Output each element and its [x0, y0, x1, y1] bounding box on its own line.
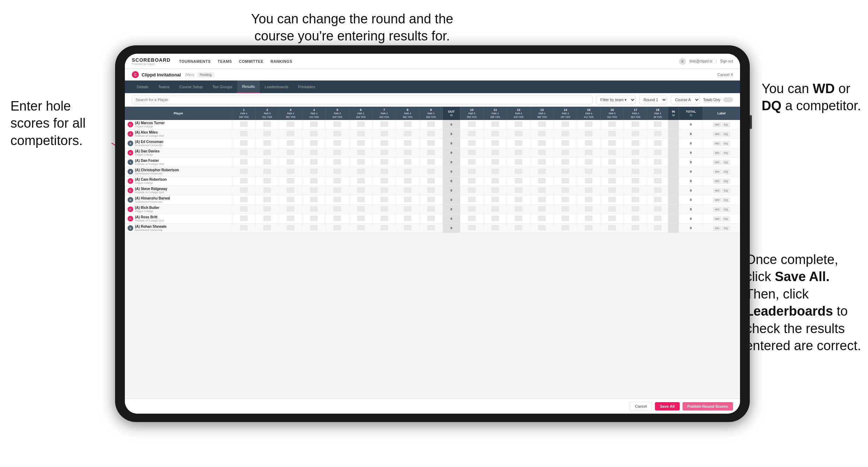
hole-16-input[interactable]: [601, 186, 624, 195]
hole-5-input[interactable]: [326, 158, 349, 167]
hole-15-input[interactable]: [577, 186, 601, 195]
hole-7-input[interactable]: [372, 214, 396, 224]
wd-button[interactable]: WD: [713, 151, 721, 155]
hole-3-input[interactable]: [279, 129, 302, 139]
hole-9-input[interactable]: [419, 148, 443, 158]
hole-13-input[interactable]: [530, 148, 554, 158]
hole-7-input[interactable]: [372, 195, 396, 205]
hole-4-input[interactable]: [302, 214, 326, 224]
hole-14-input[interactable]: [554, 120, 577, 129]
hole-12-input[interactable]: [507, 139, 530, 148]
hole-3-input[interactable]: [279, 139, 302, 148]
wd-button[interactable]: WD: [713, 226, 721, 231]
hole-18-input[interactable]: [647, 176, 668, 186]
hole-10-input[interactable]: [460, 158, 483, 167]
hole-6-input[interactable]: [349, 195, 372, 205]
hole-16-input[interactable]: [601, 158, 624, 167]
hole-7-input[interactable]: [372, 129, 396, 139]
hole-8-input[interactable]: [396, 148, 419, 158]
hole-12-input[interactable]: [507, 158, 530, 167]
hole-14-input[interactable]: [554, 158, 577, 167]
hole-8-input[interactable]: [396, 176, 419, 186]
hole-17-input[interactable]: [624, 186, 647, 195]
wd-button[interactable]: WD: [713, 207, 721, 212]
hole-6-input[interactable]: [349, 167, 372, 176]
hole-2-input[interactable]: [256, 129, 279, 139]
dq-button[interactable]: DQ: [722, 188, 730, 193]
hole-6-input[interactable]: [349, 129, 372, 139]
hole-18-input[interactable]: [647, 129, 668, 139]
hole-8-input[interactable]: [396, 129, 419, 139]
hole-2-input[interactable]: [256, 158, 279, 167]
hole-14-input[interactable]: [554, 167, 577, 176]
hole-1-input[interactable]: [232, 139, 256, 148]
hole-16-input[interactable]: [601, 120, 624, 129]
hole-17-input[interactable]: [624, 195, 647, 205]
hole-8-input[interactable]: [396, 120, 419, 129]
hole-13-input[interactable]: [530, 214, 554, 224]
hole-12-input[interactable]: [507, 205, 530, 214]
hole-14-input[interactable]: [554, 129, 577, 139]
hole-11-input[interactable]: [483, 224, 507, 233]
hole-18-input[interactable]: [647, 120, 668, 129]
dq-button[interactable]: DQ: [722, 207, 730, 212]
wd-button[interactable]: WD: [713, 217, 721, 221]
dq-button[interactable]: DQ: [722, 226, 730, 231]
hole-1-input[interactable]: [232, 129, 256, 139]
hole-6-input[interactable]: [349, 205, 372, 214]
hole-7-input[interactable]: [372, 176, 396, 186]
hole-7-input[interactable]: [372, 158, 396, 167]
hole-12-input[interactable]: [507, 195, 530, 205]
hole-9-input[interactable]: [419, 120, 443, 129]
hole-18-input[interactable]: [647, 214, 668, 224]
hole-4-input[interactable]: [302, 148, 326, 158]
hole-9-input[interactable]: [419, 214, 443, 224]
wd-button[interactable]: WD: [713, 198, 721, 202]
cancel-action-button[interactable]: Cancel: [630, 402, 652, 411]
hole-15-input[interactable]: [577, 205, 601, 214]
hole-1-input[interactable]: [232, 158, 256, 167]
publish-round-scores-button[interactable]: Publish Round Scores: [682, 402, 733, 410]
hole-18-input[interactable]: [647, 148, 668, 158]
hole-10-input[interactable]: [460, 148, 483, 158]
dq-button[interactable]: DQ: [722, 170, 730, 174]
hole-3-input[interactable]: [279, 214, 302, 224]
hole-9-input[interactable]: [419, 186, 443, 195]
hole-5-input[interactable]: [326, 205, 349, 214]
wd-button[interactable]: WD: [713, 141, 721, 146]
hole-13-input[interactable]: [530, 129, 554, 139]
hole-4-input[interactable]: [302, 224, 326, 233]
tab-teams[interactable]: Teams: [153, 81, 174, 93]
hole-7-input[interactable]: [372, 224, 396, 233]
hole-2-input[interactable]: [256, 214, 279, 224]
hole-1-input[interactable]: [232, 120, 256, 129]
nav-link-committee[interactable]: COMMITTEE: [239, 59, 264, 63]
hole-15-input[interactable]: [577, 158, 601, 167]
hole-12-input[interactable]: [507, 148, 530, 158]
tab-leaderboards[interactable]: Leaderboards: [260, 81, 293, 93]
hole-15-input[interactable]: [577, 148, 601, 158]
hole-11-input[interactable]: [483, 186, 507, 195]
hole-11-input[interactable]: [483, 148, 507, 158]
hole-11-input[interactable]: [483, 176, 507, 186]
hole-15-input[interactable]: [577, 120, 601, 129]
hole-11-input[interactable]: [483, 129, 507, 139]
hole-5-input[interactable]: [326, 195, 349, 205]
hole-6-input[interactable]: [349, 139, 372, 148]
nav-link-rankings[interactable]: RANKINGS: [270, 59, 292, 63]
hole-5-input[interactable]: [326, 129, 349, 139]
hole-7-input[interactable]: [372, 120, 396, 129]
hole-2-input[interactable]: [256, 120, 279, 129]
hole-5-input[interactable]: [326, 176, 349, 186]
hole-10-input[interactable]: [460, 139, 483, 148]
hole-10-input[interactable]: [460, 214, 483, 224]
hole-9-input[interactable]: [419, 224, 443, 233]
hole-9-input[interactable]: [419, 205, 443, 214]
round-select[interactable]: Round 1 Round 2: [639, 95, 667, 104]
tab-course-setup[interactable]: Course Setup: [174, 81, 207, 93]
hole-2-input[interactable]: [256, 186, 279, 195]
dq-button[interactable]: DQ: [722, 122, 730, 127]
hole-5-input[interactable]: [326, 214, 349, 224]
hole-16-input[interactable]: [601, 205, 624, 214]
hole-4-input[interactable]: [302, 205, 326, 214]
